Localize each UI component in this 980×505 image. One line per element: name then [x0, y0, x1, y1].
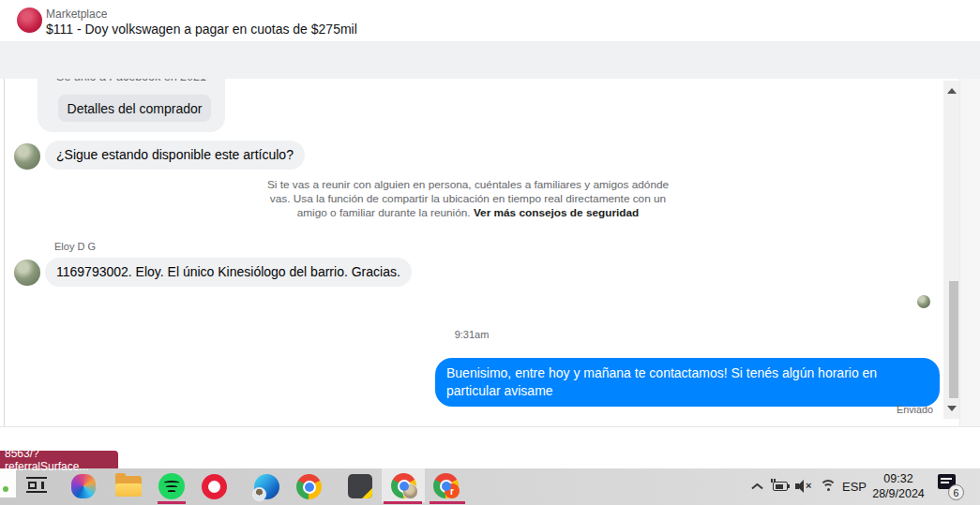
- battery-charging-icon[interactable]: [771, 481, 790, 492]
- active-indicator: [158, 501, 186, 504]
- listing-title: $111 - Doy volkswagen a pagar en cuotas …: [46, 22, 357, 37]
- scroll-up-arrow[interactable]: [947, 88, 957, 94]
- copilot-icon[interactable]: [71, 474, 96, 498]
- notification-count-badge: 6: [948, 484, 964, 500]
- window-edge-line: [4, 79, 5, 451]
- scroll-down-arrow[interactable]: [947, 406, 957, 411]
- joined-facebook-text: Se unió a Facebook en 2021: [38, 79, 225, 83]
- notes-app-icon[interactable]: [348, 474, 372, 498]
- green-status-dot: [3, 486, 8, 492]
- browser-status-link-preview: 8563/?referralSurface...: [0, 451, 118, 468]
- edge-profile-avatar: [252, 487, 266, 501]
- app-name: Marketplace: [46, 7, 107, 21]
- buyer-details-button[interactable]: Detalles del comprador: [58, 95, 211, 122]
- sent-status: Enviado: [897, 404, 933, 415]
- tray-expand-chevron-icon[interactable]: [752, 483, 762, 490]
- active-indicator: [430, 501, 465, 504]
- taskbar: r × ESP 09:32 28/9/2024 6: [0, 468, 980, 505]
- edge-browser-icon[interactable]: [254, 474, 279, 499]
- chrome-profile-1-icon[interactable]: [391, 473, 416, 498]
- sender-name: Eloy D G: [54, 241, 96, 252]
- wifi-icon[interactable]: [820, 480, 837, 493]
- chat-scroll-area[interactable]: Se unió a Facebook en 2021 Detalles del …: [0, 79, 980, 426]
- chrome-profile-avatar: [402, 483, 418, 499]
- page-margin-strip: [959, 79, 980, 466]
- chrome-profile-2-icon[interactable]: r: [433, 473, 459, 498]
- safety-notice: Si te vas a reunir con alguien en person…: [261, 178, 675, 219]
- action-bar: Marcar como pendiente Más opciones: [0, 41, 980, 79]
- language-indicator[interactable]: ESP: [842, 480, 867, 494]
- task-view-icon[interactable]: [26, 477, 47, 493]
- read-receipt-avatar: [917, 295, 930, 308]
- chrome-icon[interactable]: [296, 474, 322, 499]
- buyer-avatar[interactable]: [14, 143, 40, 170]
- file-explorer-icon[interactable]: [115, 476, 142, 497]
- outgoing-message[interactable]: Buenisimo, entre hoy y mañana te contact…: [435, 358, 940, 407]
- tray-time: 09:32: [867, 472, 929, 487]
- messenger-marketplace-window: Marketplace $111 - Doy volkswagen a paga…: [0, 0, 980, 505]
- spotify-icon[interactable]: [158, 473, 185, 499]
- buyer-profile-card: Se unió a Facebook en 2021 Detalles del …: [38, 79, 225, 132]
- listing-image[interactable]: [17, 7, 42, 33]
- active-indicator: [384, 501, 422, 504]
- background-window-sliver: [0, 468, 16, 498]
- taskbar-clock[interactable]: 09:32 28/9/2024: [867, 472, 929, 501]
- incoming-message[interactable]: 1169793002. Eloy. El único Kinesiólogo d…: [45, 258, 412, 287]
- chrome-profile-badge: r: [445, 483, 460, 498]
- incoming-message[interactable]: ¿Sigue estando disponible este artículo?: [45, 141, 305, 170]
- chat-scrollbar-thumb[interactable]: [949, 281, 958, 398]
- safety-tips-link[interactable]: Ver más consejos de seguridad: [474, 206, 639, 219]
- volume-muted-icon[interactable]: ×: [795, 480, 814, 493]
- opera-icon[interactable]: [202, 474, 227, 499]
- buyer-avatar[interactable]: [14, 260, 40, 286]
- message-composer: + GIF: [0, 426, 980, 466]
- conversation-header[interactable]: Marketplace $111 - Doy volkswagen a paga…: [0, 0, 980, 41]
- message-timestamp: 9:31am: [0, 329, 943, 340]
- tray-date: 28/9/2024: [867, 487, 929, 502]
